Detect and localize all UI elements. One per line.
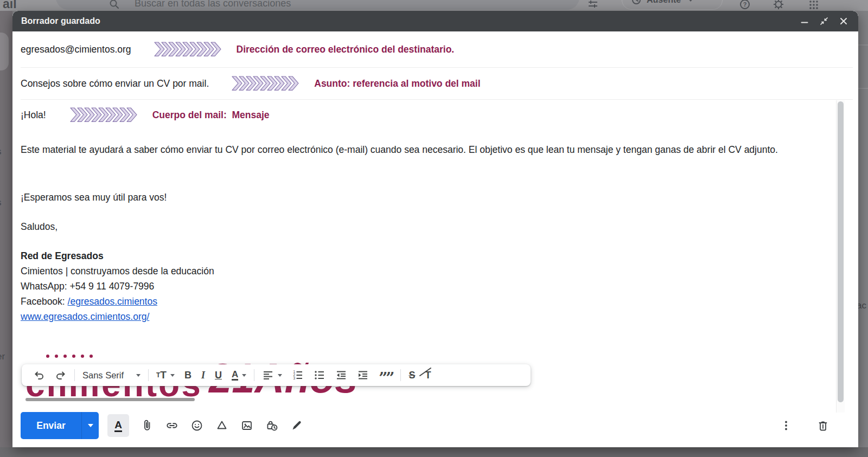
clear-formatting-button[interactable]: T [420,366,436,384]
text-color-glyph: A [232,370,238,381]
signature-website-line: www.egresados.cimientos.org/ [21,309,149,324]
compose-header: Borrador guardado [12,11,858,31]
gmail-logo: ail [3,0,17,11]
body-paragraph: ¡Esperamos sea muy útil para vos! [21,190,167,205]
website-link[interactable]: www.egresados.cimientos.org/ [21,311,149,322]
body-closing: Saludos, [21,219,58,234]
signature-name: Red de Egresados [21,248,104,263]
subject-annotation: Asunto: referencia al motivo del mail [314,78,480,89]
help-icon: ? [739,0,751,10]
recipient-field[interactable]: egresados@cimientos.org Dirección de cor… [21,31,454,67]
indent-increase-icon[interactable] [352,366,374,384]
sidebar-label-fragment: s [0,146,2,157]
send-options-caret[interactable] [81,412,99,439]
formatting-a-glyph: A [114,420,122,432]
sidebar-label-fragment: s [0,197,2,208]
recipient-annotation: Dirección de correo electrónico del dest… [237,44,455,55]
font-size-selector[interactable]: TT [151,366,180,384]
sidebar-card-fragment [0,33,9,70]
minimize-icon[interactable] [797,14,812,28]
discard-draft-trash-icon[interactable] [810,413,835,438]
body-greeting: ¡Hola! [21,110,46,121]
dimmed-sidebar-strip: s s er [0,11,12,447]
gmail-fullscreen-compose: ail Buscar en todas las conversaciones A… [0,0,868,457]
italic-button[interactable]: I [196,366,210,384]
undo-icon[interactable] [28,366,50,384]
signature-logo-dots [46,355,93,358]
toolbar-divider [148,369,149,381]
send-button[interactable]: Enviar [21,412,99,439]
bold-button[interactable]: B [180,366,196,384]
quote-icon[interactable]: ”” [374,366,398,384]
chevron-down-icon [136,374,141,377]
font-family-selector[interactable]: Sans Serif [78,366,145,384]
status-clock-icon [631,0,642,5]
search-filter-icon [587,0,599,11]
sidepanel-card-edge [858,88,868,89]
more-options-kebab-icon[interactable] [774,413,799,438]
sidepanel-label-fragment: ac [858,300,866,311]
body-annotation: Cuerpo del mail: Mensaje [152,110,270,121]
svg-text:?: ? [743,1,747,8]
font-family-label: Sans Serif [82,370,132,381]
recipient-value[interactable]: egresados@cimientos.org [21,44,131,55]
insert-emoji-icon[interactable] [184,413,209,438]
strikethrough-button[interactable]: S [404,366,420,384]
size-small-glyph: T [156,371,160,379]
send-toolbar: Enviar A [21,408,851,443]
underline-button[interactable]: U [210,366,227,384]
signature-pen-icon[interactable] [284,413,309,438]
chevron-down-icon [688,0,693,2]
sidepanel-card-edge [858,44,868,46]
settings-gear-icon [773,0,784,10]
size-big-glyph: T [160,369,167,381]
body-scrollbar-thumb[interactable] [838,101,844,402]
facebook-label: Facebook: [21,296,68,307]
toolbar-divider [254,369,254,381]
insert-image-icon[interactable] [234,413,259,438]
dimmed-sidepanel-strip: ac [858,11,868,447]
close-icon[interactable] [837,14,851,28]
chevron-down-icon [88,424,93,427]
confidential-mode-icon[interactable] [259,413,284,438]
compose-title: Borrador guardado [21,16,100,26]
facebook-link[interactable]: /egresados.cimientos [68,296,157,307]
attach-file-icon[interactable] [135,413,159,438]
formatting-options-toggle[interactable]: A [107,414,129,437]
compose-window: Borrador guardado egresados@cimientos.or… [12,11,858,447]
text-color-button[interactable]: A [227,366,251,384]
indent-decrease-icon[interactable] [330,366,352,384]
signature-whatsapp: WhatsApp: +54 9 11 4079-7996 [21,279,154,294]
bulleted-list-icon[interactable] [309,366,330,384]
chevron-down-icon [242,374,246,377]
signature-logo-underline [25,398,195,401]
redo-icon[interactable] [50,366,72,384]
subject-value[interactable]: Consejos sobre cómo enviar un CV por mai… [21,78,209,89]
send-button-label[interactable]: Enviar [21,412,81,439]
signature-org: Cimientos | construyamos desde la educac… [21,263,214,279]
svg-text:3: 3 [293,376,296,380]
apps-grid-icon [808,0,820,11]
toolbar-divider [74,369,75,381]
annotation-arrow-icon [70,107,138,123]
subject-field[interactable]: Consejos sobre cómo enviar un CV por mai… [21,68,481,99]
body-paragraph: Este material te ayudará a saber cómo en… [21,142,810,157]
insert-from-drive-icon[interactable] [209,413,234,438]
dimmed-bottom-strip [0,447,868,457]
dimmed-gmail-header: ail Buscar en todas las conversaciones A… [0,0,868,11]
signature-facebook-line: Facebook: /egresados.cimientos [21,294,157,309]
search-placeholder: Buscar en todas las conversaciones [135,0,291,9]
sidebar-label-fragment: er [0,351,5,362]
numbered-list-icon[interactable]: 123 [287,366,309,384]
chevron-down-icon [170,374,175,377]
body-scrollbar [836,100,845,413]
toolbar-divider [400,369,401,381]
insert-link-icon[interactable] [159,413,184,438]
exit-fullscreen-icon[interactable] [817,14,831,28]
status-label: Ausente [647,0,681,5]
status-selector: Ausente [622,0,723,10]
formatting-toolbar: Sans Serif TT B I U A 123 [22,364,531,386]
annotation-arrow-icon [232,76,300,91]
align-button[interactable] [257,366,287,384]
search-icon [108,0,120,10]
